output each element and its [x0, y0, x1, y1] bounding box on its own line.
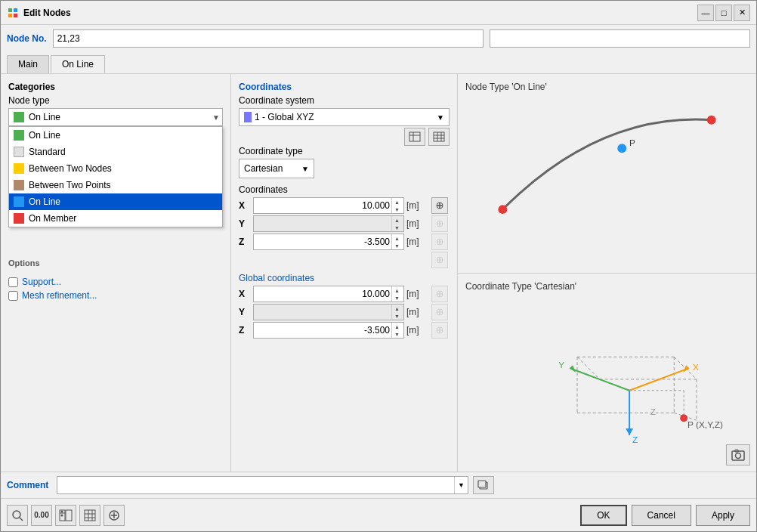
support-label[interactable]: Support... [22, 277, 61, 287]
y-axis-label: Y [239, 218, 251, 229]
svg-rect-1 [14, 8, 17, 12]
gz-spin-down[interactable]: ▼ [392, 330, 402, 338]
right-panel-icon-btn[interactable] [726, 444, 750, 466]
comment-row: Comment ▼ [1, 472, 756, 498]
svg-rect-68 [66, 510, 72, 521]
node-toolbar-btn[interactable] [55, 505, 76, 526]
gx-unit: [m] [406, 289, 429, 299]
coordinates-label: Coordinates [239, 82, 450, 92]
gy-input[interactable] [254, 307, 391, 317]
dropdown-item-on-line-top[interactable]: On Line [9, 127, 222, 144]
svg-rect-0 [8, 8, 12, 12]
svg-rect-3 [14, 14, 17, 17]
global-coords-section: Global coordinates X ▲ ▼ [m] [239, 273, 450, 339]
comment-dropdown-arrow[interactable]: ▼ [454, 477, 468, 493]
y-spin: ▲ ▼ [391, 216, 402, 231]
item-color-between-two-nodes [14, 163, 24, 174]
grid-toolbar-btn[interactable] [79, 505, 100, 526]
svg-rect-2 [8, 14, 12, 17]
ok-button[interactable]: OK [580, 505, 626, 526]
tab-on-line[interactable]: On Line [51, 55, 105, 73]
coord-icon-row [239, 128, 450, 146]
svg-text:P (X,Y,Z): P (X,Y,Z) [687, 419, 723, 430]
comment-action-btn[interactable] [473, 476, 494, 494]
z-unit: [m] [406, 237, 429, 247]
zero-toolbar-btn[interactable]: 0.00 [31, 505, 52, 526]
y-spin-down[interactable]: ▼ [392, 224, 402, 231]
y-input-wrap: ▲ ▼ [253, 215, 404, 232]
svg-rect-4 [409, 132, 420, 141]
item-color-on-line-top [14, 130, 24, 141]
z-input[interactable] [254, 237, 391, 247]
dropdown-selected[interactable]: On Line ▼ [8, 108, 223, 126]
mesh-refinement-label[interactable]: Mesh refinement... [22, 290, 97, 301]
comment-label: Comment [7, 480, 52, 490]
dropdown-item-between-two-nodes[interactable]: Between Two Nodes [9, 160, 222, 177]
dropdown-item-between-two-points[interactable]: Between Two Points [9, 177, 222, 193]
svg-rect-64 [478, 481, 486, 487]
coord-type-value: Cartesian [244, 163, 283, 174]
x-input[interactable] [254, 200, 391, 211]
xyz-row-x: X ▲ ▼ [m] [239, 197, 450, 214]
x-spin-down[interactable]: ▼ [392, 206, 402, 213]
gy-axis-label: Y [239, 307, 251, 317]
categories-section: Categories Node type On Line ▼ On Line [8, 82, 223, 126]
gx-icon-btn [431, 286, 448, 302]
node-type-dropdown[interactable]: On Line ▼ On Line Standard [8, 108, 223, 126]
gy-spin-down[interactable]: ▼ [392, 312, 402, 320]
gy-spin-up[interactable]: ▲ [392, 305, 402, 312]
xyz-extra-row [239, 252, 450, 268]
node-table-icon [59, 509, 73, 521]
content-area: Categories Node type On Line ▼ On Line [1, 74, 756, 472]
coord-type-select[interactable]: Cartesian ▼ [239, 159, 314, 178]
xyz-row-y: Y ▲ ▼ [m] [239, 215, 450, 232]
x-icon-btn[interactable] [431, 197, 448, 214]
item-color-on-member [14, 213, 24, 224]
node-no-input[interactable] [53, 29, 484, 48]
dropdown-item-on-line[interactable]: On Line [9, 193, 222, 210]
maximize-button[interactable]: □ [715, 5, 732, 21]
extra-icon [108, 509, 120, 521]
gz-input[interactable] [254, 325, 391, 336]
gx-spin-up[interactable]: ▲ [392, 286, 402, 294]
dropdown-item-standard[interactable]: Standard [9, 144, 222, 160]
search-toolbar-btn[interactable] [7, 505, 28, 526]
titlebar-title: Edit Nodes [7, 7, 71, 19]
coord-icon-btn-1[interactable] [404, 128, 425, 146]
selected-color-box [14, 112, 24, 122]
y-spin-up[interactable]: ▲ [392, 216, 402, 224]
gy-icon-btn [431, 304, 448, 320]
svg-text:Z: Z [632, 434, 638, 444]
minimize-button[interactable]: — [697, 5, 714, 21]
coord-system-select[interactable]: 1 - Global XYZ ▼ [239, 108, 450, 126]
gx-spin-down[interactable]: ▼ [392, 294, 402, 302]
cancel-button[interactable]: Cancel [632, 505, 691, 526]
z-spin-up[interactable]: ▲ [392, 234, 402, 242]
gx-input[interactable] [254, 289, 391, 299]
comment-input[interactable] [57, 480, 454, 490]
x-spin-up[interactable]: ▲ [392, 198, 402, 206]
coord-system-value: 1 - Global XYZ [255, 112, 314, 122]
support-checkbox[interactable] [8, 277, 18, 287]
y-icon-btn [431, 215, 448, 232]
xyz-row-z: Z ▲ ▼ [m] [239, 234, 450, 250]
item-label-on-member: On Member [29, 213, 76, 224]
coords-label: Coordinates [239, 184, 450, 195]
apply-button[interactable]: Apply [696, 505, 750, 526]
y-input[interactable] [254, 218, 391, 229]
tab-main[interactable]: Main [7, 55, 49, 73]
coord-system-label: Coordinate system [239, 95, 450, 106]
extra-toolbar-btn[interactable] [104, 505, 125, 526]
coord-icon-btn-2[interactable] [428, 128, 450, 146]
z-spin-down[interactable]: ▼ [392, 242, 402, 249]
toolbar-right: OK Cancel Apply [580, 505, 750, 526]
dropdown-item-on-member[interactable]: On Member [9, 210, 222, 227]
gz-spin-up[interactable]: ▲ [392, 323, 402, 330]
mesh-refinement-checkbox[interactable] [8, 291, 18, 301]
svg-line-66 [20, 518, 23, 521]
close-button[interactable]: ✕ [734, 5, 750, 21]
x-spin: ▲ ▼ [391, 198, 402, 213]
coord-type-diagram-label: Coordinate Type 'Cartesian' [465, 281, 749, 292]
categories-label: Categories [8, 82, 223, 92]
node-type-label: Node type [8, 95, 223, 106]
